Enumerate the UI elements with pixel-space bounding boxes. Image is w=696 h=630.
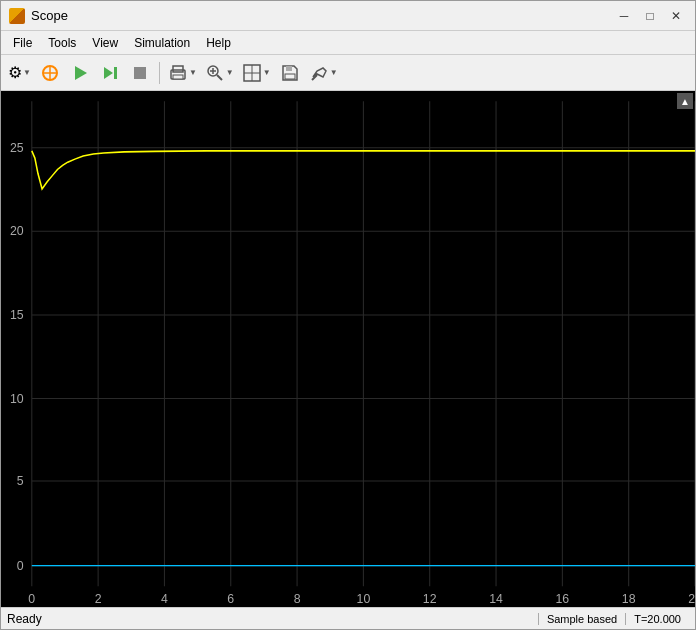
- svg-text:4: 4: [161, 592, 168, 606]
- menu-file[interactable]: File: [5, 34, 40, 52]
- svg-marker-4: [104, 67, 113, 79]
- menu-help[interactable]: Help: [198, 34, 239, 52]
- save-button[interactable]: [276, 59, 304, 87]
- svg-text:14: 14: [489, 592, 503, 606]
- title-bar: Scope ─ □ ✕: [1, 1, 695, 31]
- zoom-dropdown[interactable]: ▼: [202, 59, 237, 87]
- settings-dropdown[interactable]: ⚙ ▼: [5, 59, 34, 87]
- svg-rect-5: [114, 67, 117, 79]
- scope-icon: [40, 63, 60, 83]
- menu-bar: File Tools View Simulation Help: [1, 31, 695, 55]
- zoom-caret: ▼: [226, 68, 234, 77]
- svg-text:6: 6: [227, 592, 234, 606]
- tools-icon: [309, 63, 329, 83]
- sample-based-label: Sample based: [538, 613, 625, 625]
- svg-rect-19: [285, 74, 295, 79]
- axes-dropdown[interactable]: ▼: [239, 59, 274, 87]
- svg-text:0: 0: [28, 592, 35, 606]
- app-icon: [9, 8, 25, 24]
- gear-icon: ⚙: [8, 63, 22, 82]
- close-button[interactable]: ✕: [665, 5, 687, 27]
- svg-text:10: 10: [357, 592, 371, 606]
- separator-1: [159, 62, 160, 84]
- svg-rect-6: [134, 67, 146, 79]
- scope-params-button[interactable]: [36, 59, 64, 87]
- tools-caret: ▼: [330, 68, 338, 77]
- play-button[interactable]: [66, 59, 94, 87]
- axes-caret: ▼: [263, 68, 271, 77]
- axes-icon: [242, 63, 262, 83]
- print-caret: ▼: [189, 68, 197, 77]
- svg-line-11: [217, 75, 222, 80]
- step-button[interactable]: [96, 59, 124, 87]
- scope-plot: 0 5 10 15 20 25 0 2 4 6 8 10 12 14 16 18…: [1, 91, 695, 607]
- svg-rect-18: [286, 66, 292, 71]
- status-ready-label: Ready: [7, 612, 538, 626]
- menu-view[interactable]: View: [84, 34, 126, 52]
- zoom-icon: [205, 63, 225, 83]
- scroll-up-button[interactable]: ▲: [677, 93, 693, 109]
- print-icon: [168, 63, 188, 83]
- scope-window: Scope ─ □ ✕ File Tools View Simulation H…: [0, 0, 696, 630]
- svg-text:12: 12: [423, 592, 437, 606]
- plot-area: ▲: [1, 91, 695, 607]
- svg-text:18: 18: [622, 592, 636, 606]
- step-icon: [101, 64, 119, 82]
- svg-text:10: 10: [10, 392, 24, 406]
- stop-icon: [131, 64, 149, 82]
- minimize-button[interactable]: ─: [613, 5, 635, 27]
- status-bar: Ready Sample based T=20.000: [1, 607, 695, 629]
- svg-rect-8: [173, 66, 183, 72]
- svg-text:20: 20: [10, 224, 24, 238]
- svg-rect-9: [173, 75, 183, 79]
- print-dropdown[interactable]: ▼: [165, 59, 200, 87]
- svg-text:16: 16: [556, 592, 570, 606]
- stop-button[interactable]: [126, 59, 154, 87]
- menu-tools[interactable]: Tools: [40, 34, 84, 52]
- svg-text:20: 20: [688, 592, 695, 606]
- svg-text:25: 25: [10, 141, 24, 155]
- save-icon: [280, 63, 300, 83]
- svg-text:5: 5: [17, 474, 24, 488]
- toolbar: ⚙ ▼: [1, 55, 695, 91]
- svg-marker-3: [75, 66, 87, 80]
- play-icon: [71, 64, 89, 82]
- status-right: Sample based T=20.000: [538, 613, 689, 625]
- svg-text:15: 15: [10, 308, 24, 322]
- svg-text:8: 8: [294, 592, 301, 606]
- window-title: Scope: [31, 8, 613, 23]
- svg-text:2: 2: [95, 592, 102, 606]
- settings-caret: ▼: [23, 68, 31, 77]
- tools-dropdown[interactable]: ▼: [306, 59, 341, 87]
- window-controls: ─ □ ✕: [613, 5, 687, 27]
- restore-button[interactable]: □: [639, 5, 661, 27]
- menu-simulation[interactable]: Simulation: [126, 34, 198, 52]
- svg-text:0: 0: [17, 559, 24, 573]
- time-label: T=20.000: [625, 613, 689, 625]
